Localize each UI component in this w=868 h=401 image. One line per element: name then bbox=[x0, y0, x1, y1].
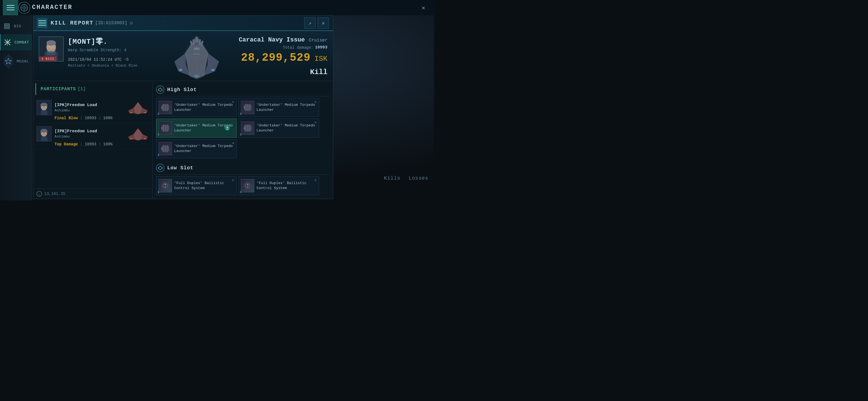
svg-rect-87 bbox=[167, 145, 168, 152]
svg-rect-20 bbox=[49, 51, 53, 53]
svg-marker-55 bbox=[134, 128, 142, 140]
kill-report-window: KILL REPORT [ID:6153003] ⊡ ↗ ✕ bbox=[33, 15, 333, 199]
participant-list: [IPK]Freedom Load Ashimmu bbox=[33, 96, 152, 189]
item-name-2: 'Undertaker' Medium Torpedo Launcher bbox=[256, 103, 317, 113]
slot-item-4[interactable]: 1 'Undertaker' Medium Torpedo Launcher bbox=[239, 119, 319, 138]
total-damage-row: Total damage: 10993 bbox=[283, 45, 328, 50]
svg-rect-65 bbox=[165, 104, 166, 111]
item-qty-4: 1 bbox=[240, 133, 242, 136]
svg-rect-85 bbox=[163, 145, 164, 152]
svg-rect-64 bbox=[163, 104, 164, 111]
losses-tab[interactable]: Losses bbox=[409, 175, 428, 181]
slot-item-5[interactable]: 1 'Undertaker' Medium Torpedo Launcher bbox=[156, 139, 237, 158]
participants-header: Participants [1] bbox=[35, 83, 150, 95]
kill-badge: 1 Kill bbox=[39, 57, 57, 61]
svg-point-28 bbox=[211, 69, 214, 70]
kills-tab[interactable]: Kills bbox=[384, 175, 400, 181]
high-slot-items: 1 'Undertaker' Medium Torpedo Launcher bbox=[156, 98, 330, 158]
participants-panel: Participants [1] bbox=[33, 81, 153, 199]
kill-location: Reitsato < Okakuola < Black Rise bbox=[68, 63, 137, 68]
ballistic-icon-2 bbox=[241, 179, 254, 193]
sidebar-item-bio[interactable]: Bio bbox=[0, 18, 32, 34]
ship-type: Cruiser bbox=[309, 38, 328, 43]
participant-info-1: [IPK]Freedom Load Ashimmu bbox=[55, 103, 124, 113]
launcher-icon-4 bbox=[241, 121, 254, 135]
low-slot-icon bbox=[156, 164, 164, 172]
svg-point-51 bbox=[40, 129, 47, 133]
participant-name-2: [IPK]Freedom Load bbox=[55, 129, 124, 134]
participants-count: [1] bbox=[78, 87, 86, 92]
bio-icon bbox=[3, 22, 11, 30]
participant-item-2[interactable]: [IPK]Freedom Load Ashimmu bbox=[33, 123, 152, 149]
title-area: KILL REPORT [ID:6153003] ⊡ bbox=[51, 20, 133, 26]
slot-item-3[interactable]: 1 'Undertaker' Medium Torpedo Launcher bbox=[156, 119, 237, 138]
svg-point-42 bbox=[42, 106, 43, 108]
svg-rect-52 bbox=[41, 137, 47, 141]
window-close-button[interactable]: ✕ bbox=[318, 18, 329, 29]
low-slot-item-2[interactable]: 1 'Full Duplex' Ballistic Control System… bbox=[239, 176, 319, 195]
low-item-name-2: 'Full Duplex' Ballistic Control System bbox=[256, 181, 317, 191]
stat-damage-1: 10993 bbox=[85, 116, 96, 120]
low-item-qty-2: 1 bbox=[240, 191, 242, 194]
stat-sep-4: | bbox=[98, 142, 101, 146]
victim-ship-stats: Caracal Navy Issue Cruiser Total damage:… bbox=[233, 31, 333, 81]
svg-rect-31 bbox=[194, 48, 199, 50]
item-qty: 1 bbox=[157, 112, 159, 116]
item-name-4: 'Undertaker' Medium Torpedo Launcher bbox=[256, 123, 317, 133]
medal-icon bbox=[3, 54, 14, 68]
svg-rect-74 bbox=[163, 124, 164, 132]
slot-item-2[interactable]: 1 'Undertaker' Medium Torpedo Launcher bbox=[239, 98, 319, 117]
item-qty-3: 1 bbox=[157, 133, 159, 136]
ship-image bbox=[160, 31, 233, 81]
low-item-close-1[interactable]: ✕ bbox=[231, 178, 235, 182]
low-item-close-2[interactable]: ✕ bbox=[313, 178, 318, 182]
item-close-1[interactable]: ✕ bbox=[231, 99, 235, 104]
victim-name: [MONT]零. bbox=[68, 36, 137, 46]
participant-stats-2: Top Damage | 10993 | 100% bbox=[36, 142, 149, 146]
total-damage-label: Total damage: bbox=[283, 46, 313, 50]
victim-info-section: 1 Kill [MONT]零. Warp Scramble Strength: … bbox=[33, 31, 160, 81]
item-close-4[interactable]: ✕ bbox=[313, 120, 318, 124]
low-slot-title: Low Slot bbox=[167, 165, 193, 171]
combat-icon bbox=[3, 38, 12, 47]
sidebar-item-combat[interactable]: Combat bbox=[0, 34, 32, 50]
svg-point-59 bbox=[144, 138, 146, 139]
copy-id-button[interactable]: ⊡ bbox=[130, 20, 133, 26]
participant-item[interactable]: [IPK]Freedom Load Ashimmu bbox=[33, 97, 152, 123]
item-qty-5: 1 bbox=[157, 153, 159, 157]
sidebar-bio-label: Bio bbox=[14, 24, 21, 28]
top-menu-button[interactable] bbox=[3, 0, 18, 15]
launcher-icon-2 bbox=[241, 101, 254, 114]
participants-bottom: ₁ 13,181.35 bbox=[33, 189, 152, 199]
launcher-icon-1 bbox=[159, 101, 172, 114]
sidebar-item-medal[interactable]: Medal bbox=[0, 50, 32, 72]
sidebar-medal-label: Medal bbox=[17, 59, 29, 63]
item-name-1: 'Undertaker' Medium Torpedo Launcher bbox=[174, 103, 234, 113]
ballistic-icon-1 bbox=[159, 179, 172, 193]
participant-ship-img-2 bbox=[127, 127, 149, 141]
participant-top-row: [IPK]Freedom Load Ashimmu bbox=[36, 100, 149, 115]
svg-point-16 bbox=[46, 40, 56, 46]
svg-rect-86 bbox=[165, 145, 166, 152]
item-close-5[interactable]: ✕ bbox=[231, 141, 235, 145]
high-slot-icon bbox=[156, 85, 164, 94]
window-menu-button[interactable] bbox=[37, 18, 47, 28]
export-button[interactable]: ↗ bbox=[304, 18, 315, 29]
svg-point-48 bbox=[144, 112, 146, 113]
ship-name-row: Caracal Navy Issue Cruiser bbox=[239, 36, 328, 44]
participant-stats-1: Final Blow | 10993 | 100% bbox=[36, 116, 149, 120]
slot-item[interactable]: 1 'Undertaker' Medium Torpedo Launcher bbox=[156, 98, 237, 117]
item-close-2[interactable]: ✕ bbox=[313, 99, 318, 104]
svg-point-17 bbox=[49, 46, 50, 48]
launcher-icon-5 bbox=[159, 142, 172, 155]
svg-rect-75 bbox=[165, 124, 166, 132]
app-title: CHARACTER bbox=[32, 4, 72, 11]
stat-percent-1: 100% bbox=[103, 116, 113, 120]
svg-rect-71 bbox=[249, 104, 250, 111]
app-close-button[interactable]: ✕ bbox=[418, 3, 428, 13]
total-damage-value: 10993 bbox=[315, 45, 328, 50]
participant-top-row-2: [IPK]Freedom Load Ashimmu bbox=[36, 126, 149, 141]
svg-point-72 bbox=[244, 107, 245, 108]
low-slot-item-1[interactable]: 1 'Full Duplex' Ballistic Control System… bbox=[156, 176, 237, 195]
svg-rect-70 bbox=[247, 104, 248, 111]
